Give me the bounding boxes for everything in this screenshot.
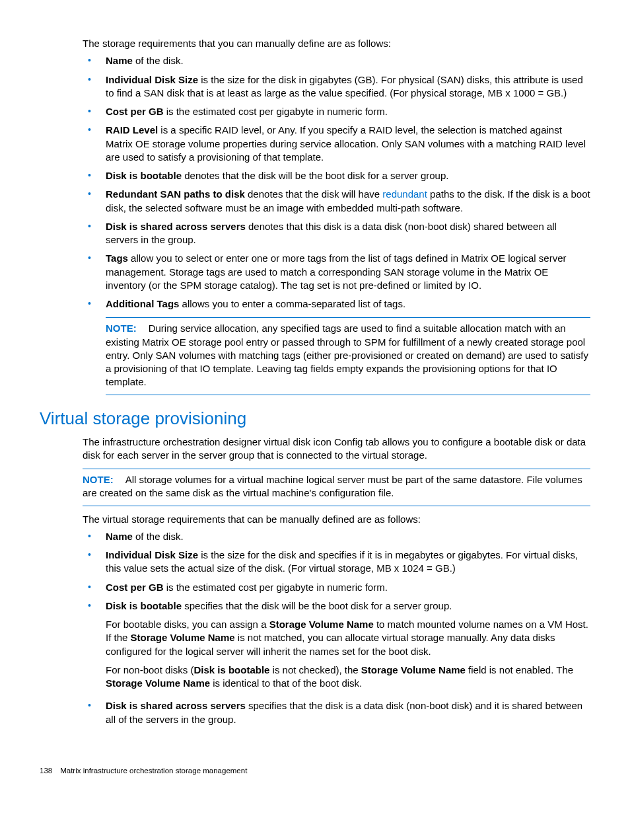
list-item: Individual Disk Size is the size for the… [83,73,590,100]
list-item: Name of the disk. [83,530,590,543]
list-item: Additional Tags allows you to enter a co… [83,297,590,395]
item-term: Individual Disk Size [106,74,198,85]
list-item: Disk is shared across servers specifies … [83,699,590,726]
list-item: Disk is shared across servers denotes th… [83,220,590,247]
item-term: Name [106,531,133,542]
item-term: Disk is bootable [106,170,182,181]
item-term: Storage Volume Name [361,664,466,675]
list-item: Individual Disk Size is the size for the… [83,549,590,576]
item-text: is the estimated cost per gigabyte in nu… [164,106,388,117]
sub-paragraph: For non-boot disks (Disk is bootable is … [106,664,590,691]
note-box-datastore: NOTE:All storage volumes for a virtual m… [83,469,590,506]
item-term: Disk is bootable [193,664,269,675]
item-term: Additional Tags [106,298,179,309]
sub-paragraph: For bootable disks, you can assign a Sto… [106,618,590,658]
item-term: Disk is shared across servers [106,221,246,232]
list-item: RAID Level is a specific RAID level, or … [83,124,590,164]
item-text: specifies that the disk will be the boot… [182,600,452,611]
list-item: Name of the disk. [83,54,590,67]
note-box-tags: NOTE:During service allocation, any spec… [106,317,590,395]
item-term: Cost per GB [106,582,164,593]
page-footer: 138Matrix infrastructure orchestration s… [40,766,590,777]
note-label: NOTE: [106,323,137,334]
item-text: is a specific RAID level, or Any. If you… [106,124,586,163]
intro-paragraph-3: The virtual storage requirements that ca… [83,513,590,526]
item-text: of the disk. [133,55,184,66]
note-label: NOTE: [83,474,114,485]
item-term: Name [106,55,133,66]
item-text: field is not enabled. The [466,664,573,675]
list-item: Disk is bootable denotes that the disk w… [83,169,590,182]
list-item: Tags allow you to select or enter one or… [83,252,590,292]
item-text: denotes that the disk will be the boot d… [182,170,448,181]
item-text: allow you to select or enter one or more… [106,252,567,291]
item-term: Storage Volume Name [269,619,374,630]
list-item: Cost per GB is the estimated cost per gi… [83,581,590,594]
item-term: Redundant SAN paths to disk [106,188,245,200]
item-text: of the disk. [133,531,184,542]
list-item: Redundant SAN paths to disk denotes that… [83,188,590,215]
section-heading-virtual-storage: Virtual storage provisioning [40,407,590,430]
item-term: RAID Level [106,124,158,135]
item-text: is identical to that of the boot disk. [210,677,362,689]
item-term: Disk is bootable [106,600,182,611]
item-text: is the estimated cost per gigabyte in nu… [164,582,388,593]
note-text: All storage volumes for a virtual machin… [83,474,582,498]
page-number: 138 [40,766,52,777]
item-term: Storage Volume Name [131,632,235,643]
list-item: Cost per GB is the estimated cost per gi… [83,105,590,118]
item-text: denotes that the disk will have [245,188,382,200]
redundant-link[interactable]: redundant [382,188,427,200]
footer-title: Matrix infrastructure orchestration stor… [60,767,247,775]
virtual-storage-requirements-list: Name of the disk. Individual Disk Size i… [83,530,590,726]
item-term: Cost per GB [106,106,164,117]
item-term: Disk is shared across servers [106,700,246,711]
item-text: allows you to enter a comma-separated li… [179,298,405,309]
storage-requirements-list: Name of the disk. Individual Disk Size i… [83,54,590,395]
list-item: Disk is bootable specifies that the disk… [83,599,590,691]
note-text: During service allocation, any specified… [106,323,588,387]
item-text: is not checked), the [269,664,361,675]
item-term: Tags [106,252,128,264]
item-text: For bootable disks, you can assign a [106,619,269,630]
intro-paragraph-1: The storage requirements that you can ma… [83,37,590,50]
intro-paragraph-2: The infrastructure orchestration designe… [83,436,590,463]
item-text: For non-boot disks ( [106,664,193,675]
item-term: Storage Volume Name [106,677,210,689]
item-term: Individual Disk Size [106,549,198,560]
